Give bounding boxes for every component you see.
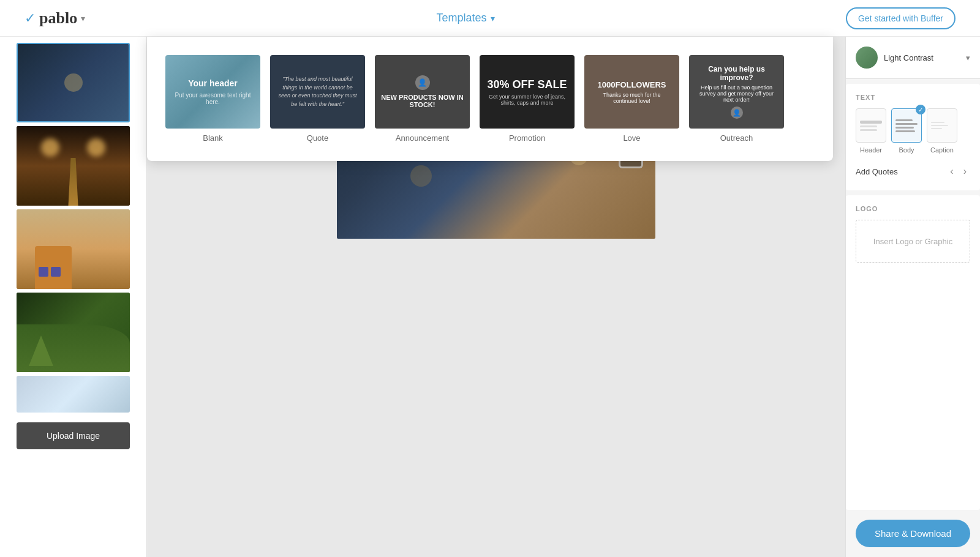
header-line-3 [860, 129, 877, 131]
template-quote-label: Quote [307, 133, 328, 143]
sidebar-thumb-2[interactable] [17, 126, 130, 206]
template-outreach-label: Outreach [720, 133, 753, 143]
logo-text: pablo [39, 9, 77, 28]
logo-section: LOGO Insert Logo or Graphic [846, 195, 980, 510]
logo-placeholder-text: Insert Logo or Graphic [873, 237, 952, 246]
sidebar-thumb-4[interactable] [17, 293, 130, 372]
share-download-button[interactable]: Share & Download [856, 520, 970, 547]
template-outreach-thumb: Can you help us improve? Help us fill ou… [689, 55, 784, 129]
sidebar-thumb-1[interactable] [17, 43, 130, 122]
logo-section-title: LOGO [856, 205, 970, 212]
right-sidebar: Light Contrast ▾ TEXT Header [845, 37, 980, 557]
outreach-title: Can you help us improve? [695, 65, 778, 82]
body-line-1 [895, 119, 913, 121]
body-label: Body [899, 146, 914, 154]
filter-dropdown[interactable]: Light Contrast ▾ [884, 53, 970, 62]
outreach-sub: Help us fill out a two question survey a… [695, 84, 778, 103]
template-promotion[interactable]: 30% OFF SALE Get your summer love of jea… [480, 55, 575, 143]
templates-nav[interactable]: Templates ▾ [437, 12, 495, 24]
upload-image-button[interactable]: Upload Image [17, 422, 130, 449]
caption-option-box [927, 108, 957, 143]
text-options: Header ✓ Body [856, 108, 970, 154]
body-line-4 [895, 130, 915, 132]
header-label: Header [860, 146, 882, 154]
template-quote[interactable]: "The best and most beautiful things in t… [270, 55, 365, 143]
top-nav: ✓ pablo ▾ Templates ▾ Get started with B… [0, 0, 980, 37]
templates-label: Templates [437, 12, 487, 24]
love-title: 1000FOLLOWERS [598, 80, 666, 89]
text-section: TEXT Header [846, 84, 980, 190]
logo-area[interactable]: ✓ pablo ▾ [24, 9, 85, 28]
quotes-prev-button[interactable]: ‹ [946, 165, 957, 178]
template-promotion-thumb: 30% OFF SALE Get your summer love of jea… [480, 55, 575, 129]
body-line-2 [895, 123, 918, 125]
template-announcement[interactable]: 👤 NEW PRODUCTS NOW IN STOCK! Announcemen… [375, 55, 470, 143]
filter-chevron-icon: ▾ [966, 53, 970, 62]
caption-line-1 [931, 122, 944, 123]
text-option-header[interactable]: Header [856, 108, 886, 154]
blank-title: Your header [188, 78, 238, 88]
template-promotion-label: Promotion [509, 133, 545, 143]
template-love-thumb: 1000FOLLOWERS Thanks so much for the con… [584, 55, 679, 129]
template-love-label: Love [623, 133, 640, 143]
outreach-avatar-icon: 👤 [731, 107, 743, 119]
templates-chevron-icon: ▾ [491, 13, 495, 23]
announcement-text: NEW PRODUCTS NOW IN STOCK! [381, 94, 464, 108]
promotion-sub: Get your summer love of jeans, shirts, c… [486, 94, 568, 106]
add-quotes-label: Add Quotes [856, 167, 898, 176]
text-section-title: TEXT [856, 94, 970, 101]
add-quotes-row: Add Quotes ‹ › [856, 162, 970, 181]
share-section: Share & Download [846, 510, 980, 557]
template-love[interactable]: 1000FOLLOWERS Thanks so much for the con… [584, 55, 679, 143]
quotes-nav: ‹ › [946, 165, 970, 178]
template-blank[interactable]: Your header Put your awesome text right … [165, 55, 260, 143]
love-sub: Thanks so much for the continued love! [590, 92, 673, 104]
sidebar-thumb-5[interactable] [17, 376, 130, 413]
announcement-icon: 👤 [415, 75, 430, 90]
pablo-icon: ✓ [24, 10, 36, 26]
left-sidebar: Upload Image [0, 37, 147, 557]
templates-dropdown: Your header Put your awesome text right … [147, 37, 833, 161]
caption-line-3 [931, 128, 942, 129]
body-line-3 [895, 127, 914, 129]
filter-label: Light Contrast [884, 53, 933, 62]
caption-label: Caption [930, 146, 954, 154]
logo-chevron-icon: ▾ [81, 13, 85, 23]
template-blank-label: Blank [203, 133, 223, 143]
logo-placeholder[interactable]: Insert Logo or Graphic [856, 220, 970, 263]
header-line-1 [860, 121, 882, 124]
text-option-body[interactable]: ✓ Body [891, 108, 922, 154]
quotes-next-button[interactable]: › [960, 165, 970, 178]
template-blank-thumb: Your header Put your awesome text right … [165, 55, 260, 129]
selected-badge: ✓ [916, 105, 925, 114]
get-started-button[interactable]: Get started with Buffer [846, 7, 956, 29]
template-announcement-label: Announcement [396, 133, 449, 143]
caption-line-2 [931, 125, 948, 126]
template-outreach[interactable]: Can you help us improve? Help us fill ou… [689, 55, 784, 143]
filter-avatar [856, 47, 878, 69]
template-announcement-thumb: 👤 NEW PRODUCTS NOW IN STOCK! [375, 55, 470, 129]
template-quote-thumb: "The best and most beautiful things in t… [270, 55, 365, 129]
text-option-caption[interactable]: Caption [927, 108, 957, 154]
blank-sub: Put your awesome text right here. [172, 92, 254, 105]
header-line-2 [860, 125, 877, 127]
filter-section: Light Contrast ▾ [846, 37, 980, 79]
header-option-box [856, 108, 886, 143]
sidebar-thumb-3[interactable] [17, 209, 130, 289]
bokeh-6 [410, 165, 432, 187]
quote-text: "The best and most beautiful things in t… [277, 75, 358, 108]
promotion-title: 30% OFF SALE [487, 78, 567, 91]
